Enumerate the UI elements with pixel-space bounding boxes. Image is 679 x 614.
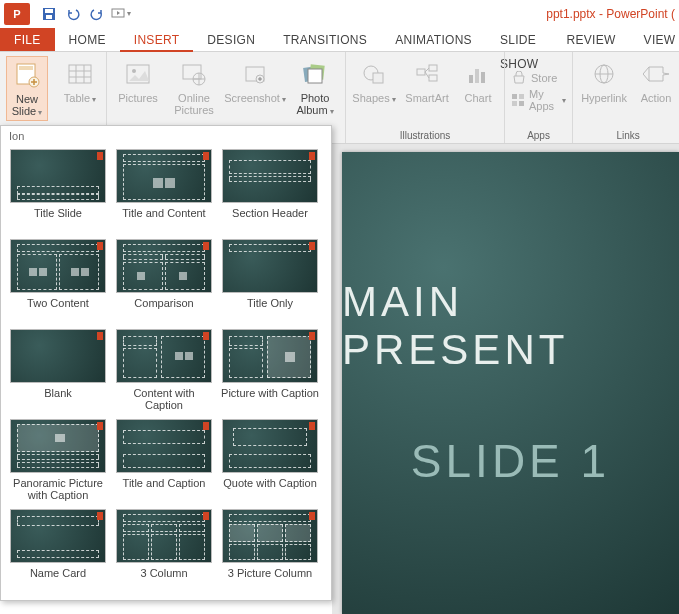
store-label: Store: [531, 72, 557, 84]
links-group-label: Links: [579, 130, 677, 141]
svg-rect-1: [45, 9, 53, 13]
chart-button[interactable]: Chart: [458, 56, 498, 107]
tab-transitions[interactable]: TRANSITIONS: [269, 28, 381, 51]
table-label: Table▾: [64, 92, 96, 105]
shapes-icon: [358, 58, 390, 90]
hyperlink-icon: [588, 58, 620, 90]
slideshow-icon[interactable]: ▾: [110, 3, 132, 25]
svg-rect-20: [308, 69, 322, 83]
layout-name-card[interactable]: Name Card: [5, 506, 111, 596]
pictures-icon: [122, 58, 154, 90]
ribbon-tabs: FILE HOME INSERT DESIGN TRANSITIONS ANIM…: [0, 28, 679, 52]
svg-rect-32: [519, 101, 524, 106]
svg-rect-28: [481, 72, 485, 83]
layout-two-content[interactable]: Two Content: [5, 236, 111, 326]
layout-title-caption[interactable]: Title and Caption: [111, 416, 217, 506]
tab-review[interactable]: REVIEW: [552, 28, 629, 51]
new-slide-label: New Slide▾: [7, 93, 47, 118]
new-slide-button[interactable]: New Slide▾: [6, 56, 48, 121]
tab-view[interactable]: VIEW: [630, 28, 679, 51]
layout-title-only[interactable]: Title Only: [217, 236, 323, 326]
svg-rect-24: [429, 65, 437, 71]
svg-rect-22: [373, 73, 383, 83]
tab-insert[interactable]: INSERT: [120, 28, 194, 52]
svg-rect-26: [469, 75, 473, 83]
titlebar: P ▾ ppt1.pptx - PowerPoint (: [0, 0, 679, 28]
layout-title-content[interactable]: Title and Content: [111, 146, 217, 236]
slide-area: MAIN PRESENT SLIDE 1: [332, 144, 679, 614]
layout-gallery: Ion Title Slide Title and Content Sectio…: [0, 125, 332, 601]
table-button[interactable]: Table▾: [60, 56, 100, 107]
group-illustrations: Shapes▾ SmartArt Chart Illustrations: [346, 52, 505, 143]
hyperlink-label: Hyperlink: [581, 92, 627, 104]
svg-rect-31: [512, 101, 517, 106]
layout-section-header[interactable]: Section Header: [217, 146, 323, 236]
shapes-label: Shapes▾: [352, 92, 395, 105]
photo-album-label: Photo Album▾: [291, 92, 339, 117]
save-icon[interactable]: [38, 3, 60, 25]
slide-title: MAIN PRESENT: [342, 278, 679, 374]
new-slide-icon: [11, 59, 43, 91]
action-icon: [640, 58, 672, 90]
window-title: ppt1.pptx - PowerPoint (: [546, 7, 675, 21]
screenshot-icon: [239, 58, 271, 90]
gallery-grid: Title Slide Title and Content Section He…: [1, 146, 331, 596]
screenshot-button[interactable]: Screenshot▾: [225, 56, 285, 119]
svg-rect-23: [417, 69, 425, 75]
online-pictures-label: Online Pictures: [169, 92, 219, 116]
quick-access-toolbar: ▾: [38, 3, 132, 25]
layout-3-picture-column[interactable]: 3 Picture Column: [217, 506, 323, 596]
tab-file[interactable]: FILE: [0, 28, 55, 51]
powerpoint-icon: P: [4, 3, 30, 25]
smartart-icon: [411, 58, 443, 90]
svg-rect-30: [519, 94, 524, 99]
pictures-button[interactable]: Pictures: [113, 56, 163, 119]
tab-design[interactable]: DESIGN: [193, 28, 269, 51]
apps-group-label: Apps: [511, 130, 566, 141]
layout-3-column[interactable]: 3 Column: [111, 506, 217, 596]
svg-rect-7: [69, 65, 91, 83]
action-button[interactable]: Action: [635, 56, 677, 106]
shapes-button[interactable]: Shapes▾: [352, 56, 396, 107]
store-icon: [511, 70, 527, 86]
layout-content-caption[interactable]: Content with Caption: [111, 326, 217, 416]
photo-album-icon: [299, 58, 331, 90]
chart-icon: [462, 58, 494, 90]
svg-rect-5: [19, 66, 33, 70]
my-apps-label: My Apps: [529, 88, 556, 112]
layout-blank[interactable]: Blank: [5, 326, 111, 416]
svg-rect-25: [429, 75, 437, 81]
layout-quote-caption[interactable]: Quote with Caption: [217, 416, 323, 506]
group-links: Hyperlink Action Links: [573, 52, 679, 143]
screenshot-label: Screenshot▾: [224, 92, 286, 105]
gallery-theme-name: Ion: [1, 126, 331, 146]
svg-rect-14: [183, 65, 201, 79]
app-name: PowerPoint (: [606, 7, 675, 21]
svg-rect-27: [475, 69, 479, 83]
layout-title-slide[interactable]: Title Slide: [5, 146, 111, 236]
slide-subtitle: SLIDE 1: [411, 434, 610, 488]
hyperlink-button[interactable]: Hyperlink: [579, 56, 629, 106]
redo-icon[interactable]: [86, 3, 108, 25]
slide-preview[interactable]: MAIN PRESENT SLIDE 1: [342, 152, 679, 614]
layout-picture-caption[interactable]: Picture with Caption: [217, 326, 323, 416]
svg-rect-29: [512, 94, 517, 99]
my-apps-icon: [511, 92, 525, 108]
undo-icon[interactable]: [62, 3, 84, 25]
my-apps-button[interactable]: My Apps▾: [511, 90, 566, 110]
chart-label: Chart: [465, 92, 492, 104]
illustrations-group-label: Illustrations: [352, 130, 498, 141]
smartart-label: SmartArt: [405, 92, 448, 104]
tab-animations[interactable]: ANIMATIONS: [381, 28, 486, 51]
tab-slideshow[interactable]: SLIDE SHOW: [486, 28, 553, 51]
action-label: Action: [641, 92, 672, 104]
online-pictures-button[interactable]: Online Pictures: [169, 56, 219, 119]
photo-album-button[interactable]: Photo Album▾: [291, 56, 339, 119]
layout-comparison[interactable]: Comparison: [111, 236, 217, 326]
online-pictures-icon: [178, 58, 210, 90]
smartart-button[interactable]: SmartArt: [402, 56, 452, 107]
layout-panoramic[interactable]: Panoramic Picture with Caption: [5, 416, 111, 506]
tab-home[interactable]: HOME: [55, 28, 120, 51]
store-button[interactable]: Store: [511, 68, 566, 88]
table-icon: [64, 58, 96, 90]
